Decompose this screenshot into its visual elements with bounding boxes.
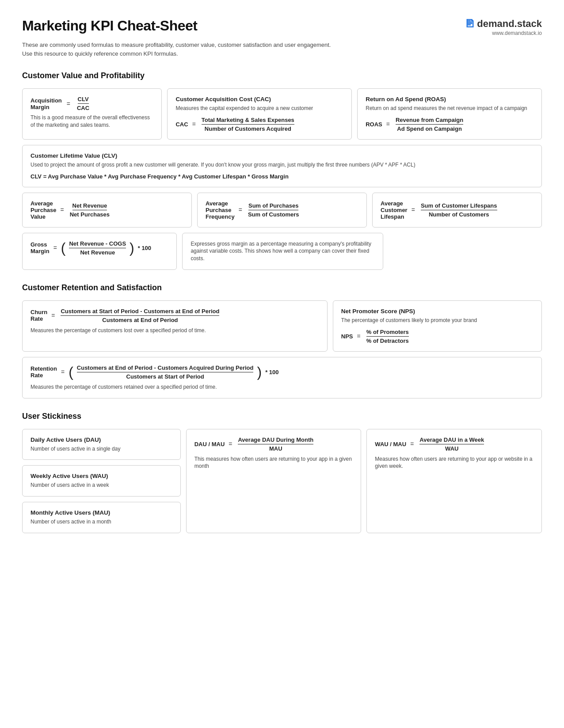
- card-dau-mau: DAU / MAU = Average DAU During Month MAU…: [186, 429, 362, 533]
- col-dau-wau-mau: Daily Active Users (DAU) Number of users…: [22, 429, 181, 533]
- mau-desc: Number of users active in a month: [30, 518, 172, 526]
- card-clv: Customer Lifetime Value (CLV) Used to pr…: [22, 145, 542, 187]
- retention-multiplier: * 100: [265, 369, 278, 375]
- cac-fraction: Total Marketing & Sales Expenses Number …: [202, 117, 294, 132]
- cac-equals: =: [192, 121, 196, 128]
- cac-desc: Measures the capital expended to acquire…: [175, 105, 343, 112]
- cac-numerator: Total Marketing & Sales Expenses: [202, 117, 294, 125]
- mau-title: Monthly Active Users (MAU): [30, 509, 172, 516]
- page-subtitle: These are commonly used formulas to meas…: [22, 41, 332, 58]
- brand-name-text: demand.stack: [477, 18, 542, 30]
- card-nps: Net Promoter Score (NPS) The percentage …: [333, 300, 542, 352]
- acq-numerator: CLV: [78, 96, 89, 104]
- acq-denominator: CAC: [77, 105, 89, 111]
- nps-fraction: % of Promoters % of Detractors: [366, 329, 409, 344]
- roas-equals: =: [386, 121, 390, 128]
- page-title: Marketing KPI Cheat-Sheet: [22, 18, 197, 34]
- dau-mau-formula: DAU / MAU = Average DAU During Month MAU: [194, 436, 353, 452]
- section3-title: User Stickiness: [22, 412, 542, 423]
- acl-formula: AverageCustomerLifespan = Sum of Custome…: [381, 200, 534, 220]
- wau-mau-equals: =: [410, 440, 414, 447]
- card-mau-def: Monthly Active Users (MAU) Number of use…: [22, 502, 181, 533]
- row-churn-nps: ChurnRate = Customers at Start of Period…: [22, 300, 542, 352]
- cac-formula: CAC = Total Marketing & Sales Expenses N…: [175, 117, 343, 132]
- nps-desc: The percentage of customers likely to pr…: [341, 317, 534, 324]
- gm-denominator: Net Revenue: [80, 249, 115, 256]
- card-dau-def: Daily Active Users (DAU) Number of users…: [22, 429, 181, 460]
- cac-label: CAC: [175, 121, 188, 128]
- card-gross-margin: GrossMargin = ( Net Revenue - COGS Net R…: [22, 233, 177, 270]
- churn-label: ChurnRate: [30, 309, 47, 322]
- dau-mau-equals: =: [229, 440, 232, 447]
- churn-numerator: Customers at Start of Period - Customers…: [61, 308, 219, 316]
- nps-numerator: % of Promoters: [366, 329, 409, 337]
- wau-mau-label: WAU / MAU: [375, 441, 406, 447]
- retention-equals: =: [61, 368, 65, 375]
- wau-mau-numerator: Average DAU in a Week: [419, 436, 484, 444]
- apv-equals: =: [61, 206, 64, 213]
- dau-mau-numerator: Average DAU During Month: [238, 436, 313, 444]
- retention-label: RetentionRate: [30, 365, 57, 379]
- retention-numerator: Customers at End of Period - Customers A…: [77, 364, 254, 372]
- wau-mau-fraction: Average DAU in a Week WAU: [419, 436, 484, 452]
- dau-mau-label: DAU / MAU: [194, 441, 225, 447]
- nps-formula: NPS = % of Promoters % of Detractors: [341, 329, 534, 344]
- card-acquisition-margin: AcquisitionMargin = CLV CAC This is a go…: [22, 88, 162, 140]
- acl-equals: =: [412, 206, 415, 213]
- dau-desc: Number of users active in a single day: [30, 445, 172, 453]
- nps-denominator: % of Detractors: [366, 337, 409, 344]
- roas-fraction: Revenue from Campaign Ad Spend on Campai…: [396, 117, 463, 132]
- gm-spacer: [389, 233, 542, 270]
- acl-label: AverageCustomerLifespan: [381, 200, 408, 220]
- roas-denominator: Ad Spend on Campaign: [397, 125, 462, 132]
- apf-formula: AveragePurchaseFrequency = Sum of Purcha…: [206, 200, 358, 220]
- gm-paren-right: ): [130, 241, 134, 255]
- row-user-stickiness: Daily Active Users (DAU) Number of users…: [22, 429, 542, 533]
- apv-formula: AveragePurchaseValue = Net Revenue Net P…: [30, 200, 183, 220]
- apv-denominator: Net Purchases: [70, 211, 110, 218]
- dau-title: Daily Active Users (DAU): [30, 436, 172, 443]
- acq-formula-top: AcquisitionMargin = CLV CAC: [30, 96, 153, 111]
- card-roas: Return on Ad Spend (ROAS) Return on ad s…: [357, 88, 542, 140]
- title-block: Marketing KPI Cheat-Sheet: [22, 18, 197, 34]
- churn-formula: ChurnRate = Customers at Start of Period…: [30, 308, 319, 323]
- churn-fraction: Customers at Start of Period - Customers…: [61, 308, 219, 323]
- page-header: Marketing KPI Cheat-Sheet 🖹 demand.stack…: [22, 18, 542, 36]
- cac-denominator: Number of Customers Acquired: [205, 125, 291, 132]
- brand-name-block: 🖹 demand.stack: [465, 18, 542, 30]
- wau-desc: Number of users active in a week: [30, 482, 172, 489]
- nps-title: Net Promoter Score (NPS): [341, 308, 534, 315]
- retention-formula: RetentionRate = ( Customers at End of Pe…: [30, 364, 534, 380]
- card-acl: AverageCustomerLifespan = Sum of Custome…: [372, 193, 542, 228]
- gm-fraction: Net Revenue - COGS Net Revenue: [69, 240, 126, 256]
- dau-mau-fraction: Average DAU During Month MAU: [238, 436, 313, 452]
- nps-equals: =: [357, 333, 361, 340]
- cac-title: Customer Acquisition Cost (CAC): [175, 96, 343, 102]
- gm-paren-left: (: [61, 241, 66, 255]
- roas-title: Return on Ad Spend (ROAS): [366, 96, 534, 102]
- apv-numerator: Net Revenue: [72, 202, 107, 210]
- gm-multiplier: * 100: [138, 245, 151, 251]
- apv-label: AveragePurchaseValue: [30, 200, 57, 220]
- acq-equals: =: [67, 100, 70, 107]
- roas-desc: Return on ad spend measures the net reve…: [366, 105, 534, 112]
- card-wau-def: Weekly Active Users (WAU) Number of user…: [22, 465, 181, 497]
- card-retention-rate: RetentionRate = ( Customers at End of Pe…: [22, 357, 542, 398]
- brand-icon: 🖹: [465, 18, 475, 30]
- gm-equals: =: [53, 244, 57, 251]
- roas-label: ROAS: [366, 121, 382, 128]
- brand-url: www.demandstack.io: [492, 30, 542, 36]
- dau-mau-desc: This measures how often users are return…: [194, 455, 353, 470]
- card-apf: AveragePurchaseFrequency = Sum of Purcha…: [197, 193, 367, 228]
- section-retention: Customer Retention and Satisfaction Chur…: [22, 283, 542, 398]
- row-apv-apf-acl: AveragePurchaseValue = Net Revenue Net P…: [22, 193, 542, 228]
- churn-equals: =: [51, 312, 55, 319]
- apf-numerator: Sum of Purchases: [248, 202, 298, 210]
- clv-title: Customer Lifetime Value (CLV): [30, 152, 534, 159]
- retention-paren-left: (: [69, 365, 73, 379]
- retention-denominator: Customers at Start of Period: [126, 373, 204, 380]
- roas-numerator: Revenue from Campaign: [396, 117, 463, 125]
- card-gross-margin-desc: Expresses gross margin as a percentage m…: [182, 233, 383, 270]
- card-apv: AveragePurchaseValue = Net Revenue Net P…: [22, 193, 192, 228]
- apf-fraction: Sum of Purchases Sum of Customers: [248, 202, 299, 218]
